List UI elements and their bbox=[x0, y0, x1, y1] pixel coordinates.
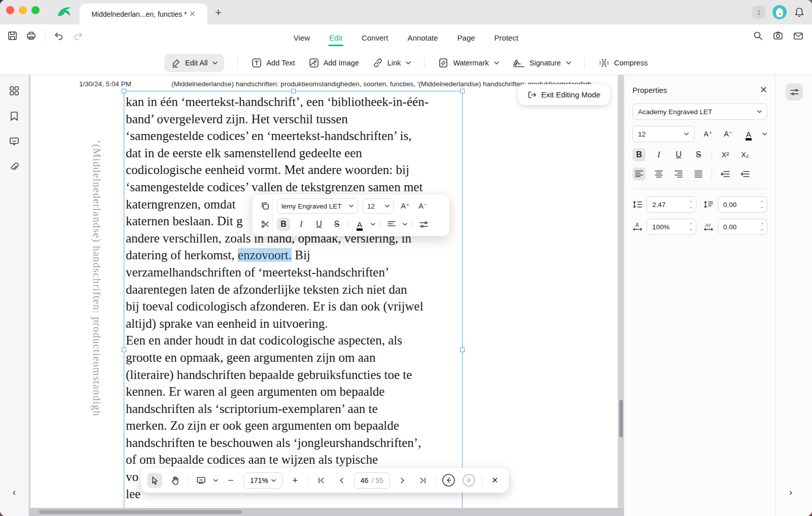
add-text-button[interactable]: Add Text bbox=[251, 57, 295, 68]
panel-underline-button[interactable]: U bbox=[672, 148, 685, 161]
cut-scissors-icon[interactable] bbox=[259, 218, 272, 231]
superscript-button[interactable]: X² bbox=[719, 148, 732, 161]
tab-close-icon[interactable]: ✕ bbox=[189, 9, 195, 19]
document-tab[interactable]: Middelnederlan...en, functies * ✕ bbox=[80, 4, 207, 24]
print-icon[interactable] bbox=[26, 30, 37, 41]
panel-font-size-select[interactable]: 12 bbox=[632, 126, 694, 142]
increase-font-button[interactable]: A⁺ bbox=[399, 199, 412, 213]
collapse-left-panel-button[interactable]: ‹ bbox=[0, 487, 28, 498]
font-family-select[interactable]: lemy Engraved LET bbox=[277, 198, 358, 214]
underline-button[interactable]: U bbox=[312, 218, 326, 231]
panel-italic-button[interactable]: I bbox=[652, 148, 665, 161]
exit-editing-mode-button[interactable]: Exit Editing Mode bbox=[518, 84, 610, 105]
chevron-down-icon[interactable] bbox=[403, 223, 407, 226]
panel-text-color-button[interactable]: A bbox=[746, 130, 751, 139]
tab-protect[interactable]: Protect bbox=[495, 26, 519, 49]
new-tab-button[interactable]: + bbox=[215, 6, 222, 19]
stepper-arrows[interactable]: ⌃⌃ bbox=[689, 224, 693, 230]
page-view-mode-button[interactable] bbox=[193, 473, 208, 488]
align-justify-button[interactable] bbox=[692, 167, 705, 181]
zoom-level-select[interactable]: 171% bbox=[243, 472, 283, 489]
strikethrough-button[interactable]: S bbox=[330, 218, 343, 231]
tab-edit[interactable]: Edit bbox=[329, 26, 342, 49]
tab-convert[interactable]: Convert bbox=[362, 26, 389, 49]
save-icon[interactable] bbox=[7, 30, 18, 41]
panel-font-family-select[interactable]: Academy Engraved LET bbox=[632, 104, 767, 120]
navigate-forward-button[interactable] bbox=[462, 473, 477, 488]
last-page-button[interactable] bbox=[415, 473, 431, 488]
document-text[interactable]: kan in één ‘meertekst-handschrift’, een … bbox=[126, 93, 462, 502]
line-spacing-field[interactable]: 2.47 ⌃⌃ bbox=[647, 196, 696, 213]
stepper-arrows[interactable]: ⌃⌃ bbox=[760, 224, 764, 230]
attachments-icon[interactable] bbox=[9, 161, 20, 173]
compress-button[interactable]: Compress bbox=[598, 57, 648, 68]
stepper-arrows[interactable]: ⌃⌃ bbox=[760, 201, 764, 208]
edit-all-button[interactable]: Edit All bbox=[164, 54, 224, 72]
chevron-down-icon[interactable] bbox=[371, 223, 375, 226]
panel-bold-button[interactable]: B bbox=[632, 148, 646, 161]
zoom-in-button[interactable]: + bbox=[288, 473, 303, 488]
zoom-out-button[interactable]: − bbox=[223, 473, 238, 488]
first-page-button[interactable] bbox=[313, 473, 329, 488]
minimize-window-button[interactable] bbox=[19, 6, 27, 14]
tab-page[interactable]: Page bbox=[457, 26, 475, 49]
alignment-button[interactable] bbox=[385, 218, 398, 231]
link-button[interactable]: Link bbox=[372, 57, 411, 68]
tab-annotate[interactable]: Annotate bbox=[408, 26, 438, 49]
align-right-button[interactable] bbox=[672, 167, 685, 181]
panel-decrease-font-button[interactable]: A⁻ bbox=[722, 127, 735, 141]
mail-icon[interactable] bbox=[793, 30, 804, 41]
resize-handle-top-right[interactable] bbox=[460, 89, 465, 93]
selected-text[interactable]: enzovoort. bbox=[238, 248, 292, 262]
page-number-field[interactable]: 46 / 55 bbox=[354, 472, 390, 489]
close-toolbar-button[interactable]: ✕ bbox=[487, 473, 503, 488]
zoom-window-button[interactable] bbox=[31, 6, 40, 14]
next-page-button[interactable] bbox=[395, 473, 410, 488]
select-tool-button[interactable] bbox=[147, 473, 162, 488]
close-panel-icon[interactable]: ✕ bbox=[760, 84, 767, 95]
stepper-arrows[interactable]: ⌃⌃ bbox=[689, 201, 693, 208]
signature-button[interactable]: Signature bbox=[512, 57, 571, 68]
undo-icon[interactable] bbox=[53, 30, 64, 41]
text-color-button[interactable]: A bbox=[357, 220, 362, 229]
italic-button[interactable]: I bbox=[295, 218, 308, 231]
panel-increase-font-button[interactable]: A⁺ bbox=[701, 127, 715, 141]
resize-handle-top-center[interactable] bbox=[291, 89, 296, 93]
previous-page-button[interactable] bbox=[334, 473, 349, 488]
chevron-down-icon[interactable] bbox=[762, 132, 767, 135]
thumbnails-icon[interactable] bbox=[9, 85, 20, 96]
vertical-scrollbar[interactable] bbox=[619, 400, 623, 437]
collapse-right-panel-button[interactable]: › bbox=[789, 487, 792, 498]
bold-button[interactable]: B bbox=[277, 218, 290, 231]
outdent-button[interactable] bbox=[719, 167, 732, 181]
bookmarks-icon[interactable] bbox=[9, 111, 20, 122]
watermark-button[interactable]: Watermark bbox=[438, 57, 499, 68]
character-spacing-field[interactable]: 0.00 ⌃⌃ bbox=[718, 219, 767, 235]
more-format-options-icon[interactable] bbox=[417, 218, 430, 231]
redo-icon[interactable] bbox=[73, 30, 84, 41]
font-size-select[interactable]: 12 bbox=[363, 198, 394, 214]
align-left-button[interactable] bbox=[632, 167, 646, 181]
decrease-font-button[interactable]: A⁻ bbox=[416, 199, 430, 213]
indent-button[interactable] bbox=[738, 167, 752, 181]
panel-strikethrough-button[interactable]: S bbox=[692, 148, 705, 161]
chevron-down-icon[interactable] bbox=[214, 479, 218, 482]
horizontal-scrollbar[interactable] bbox=[39, 510, 242, 514]
count-badge[interactable]: 1 bbox=[752, 6, 765, 19]
resize-handle-top-left[interactable] bbox=[122, 89, 126, 93]
align-center-button[interactable] bbox=[652, 167, 665, 181]
paragraph-spacing-field[interactable]: 0.00 ⌃⌃ bbox=[718, 196, 767, 213]
navigate-back-button[interactable] bbox=[441, 473, 456, 488]
annotations-icon[interactable] bbox=[9, 136, 20, 147]
horizontal-scale-field[interactable]: 100% ⌃⌃ bbox=[647, 219, 696, 235]
tab-view[interactable]: View bbox=[294, 26, 310, 49]
close-window-button[interactable] bbox=[6, 6, 14, 14]
subscript-button[interactable]: X₂ bbox=[738, 148, 752, 161]
copy-icon[interactable] bbox=[259, 199, 272, 213]
add-image-button[interactable]: Add Image bbox=[308, 57, 359, 68]
hand-tool-button[interactable] bbox=[167, 473, 183, 488]
properties-toggle-button[interactable] bbox=[786, 83, 803, 100]
account-avatar[interactable] bbox=[772, 5, 787, 19]
screenshot-camera-icon[interactable] bbox=[772, 30, 784, 41]
search-icon[interactable] bbox=[753, 30, 763, 41]
